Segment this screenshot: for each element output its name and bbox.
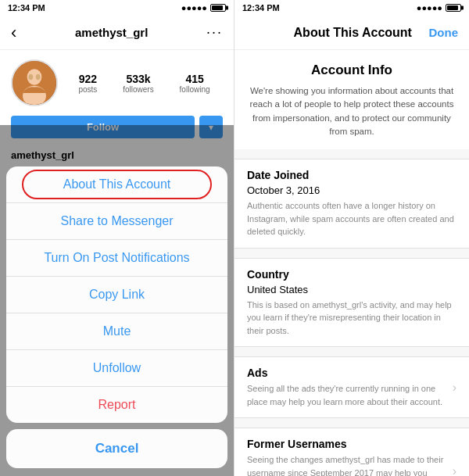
following-stat: 415 following <box>180 73 210 94</box>
profile-stats: 922 posts 533k followers 415 following <box>66 73 223 94</box>
action-report[interactable]: Report <box>6 387 227 423</box>
posts-count: 922 <box>79 73 97 85</box>
done-button[interactable]: Done <box>428 26 458 39</box>
ads-desc: Seeing all the ads they're currently run… <box>247 382 446 408</box>
right-nav: About This Account Done <box>234 16 469 50</box>
profile-info: 922 posts 533k followers 415 following <box>0 50 234 116</box>
svg-point-3 <box>29 74 34 80</box>
ads-chevron-icon: › <box>453 381 456 395</box>
account-info-header: Account Info We're showing you informati… <box>234 50 469 149</box>
country-section: Country United States This is based on a… <box>234 258 469 348</box>
action-mute[interactable]: Mute <box>6 313 227 350</box>
back-button[interactable]: ‹ <box>11 23 16 43</box>
followers-label: followers <box>123 85 153 94</box>
date-joined-section: Date Joined October 3, 2016 Authentic ac… <box>234 159 469 249</box>
cancel-group: Cancel <box>6 429 227 468</box>
left-status-bar: 12:34 PM ●●●●● <box>0 0 234 16</box>
action-share-messenger[interactable]: Share to Messenger <box>6 203 227 240</box>
followers-count: 533k <box>126 73 150 85</box>
date-joined-title: Date Joined <box>247 169 456 181</box>
action-unfollow[interactable]: Unfollow <box>6 350 227 387</box>
posts-stat: 922 posts <box>78 73 97 94</box>
avatar <box>11 59 58 106</box>
about-account-label: About This Account <box>63 177 171 191</box>
former-usernames-row[interactable]: Former Usernames Seeing the changes amet… <box>234 428 469 476</box>
account-info-title: Account Info <box>247 63 456 78</box>
right-status-icons: ●●●●● <box>417 3 461 13</box>
followers-stat: 533k followers <box>123 73 153 94</box>
right-panel: 12:34 PM ●●●●● About This Account Done A… <box>234 0 469 476</box>
ads-row[interactable]: Ads Seeing all the ads they're currently… <box>234 356 469 418</box>
following-count: 415 <box>185 73 203 85</box>
right-time: 12:34 PM <box>242 3 280 13</box>
cancel-button[interactable]: Cancel <box>6 429 227 468</box>
more-options-button[interactable]: ··· <box>206 24 223 41</box>
unfollow-label: Unfollow <box>93 361 141 375</box>
action-sheet: About This Account Share to Messenger Tu… <box>0 166 234 476</box>
right-battery-icon <box>446 4 461 12</box>
posts-label: posts <box>78 85 97 94</box>
svg-point-4 <box>36 74 41 80</box>
account-info-description: We're showing you information about acco… <box>247 84 456 138</box>
former-usernames-desc: Seeing the changes amethyst_grl has made… <box>247 453 446 476</box>
action-group: About This Account Share to Messenger Tu… <box>6 166 227 423</box>
ads-title: Ads <box>247 367 446 379</box>
former-usernames-left: Former Usernames Seeing the changes amet… <box>247 438 446 476</box>
right-nav-title: About This Account <box>294 26 412 40</box>
share-messenger-label: Share to Messenger <box>60 214 173 228</box>
instagram-nav: ‹ amethyst_grl ··· <box>0 16 234 50</box>
action-about-this-account[interactable]: About This Account <box>6 166 227 203</box>
left-time: 12:34 PM <box>8 3 45 13</box>
profile-username: amethyst_grl <box>75 26 148 39</box>
country-value: United States <box>247 284 456 295</box>
date-joined-desc: Authentic accounts often have a longer h… <box>247 199 456 238</box>
former-usernames-title: Former Usernames <box>247 438 446 450</box>
report-label: Report <box>98 398 135 412</box>
country-desc: This is based on amethyst_grl's activity… <box>247 299 456 338</box>
post-notifications-label: Turn On Post Notifications <box>44 251 189 265</box>
copy-link-label: Copy Link <box>89 288 145 302</box>
former-usernames-chevron-icon: › <box>453 464 456 476</box>
left-status-icons: ●●●●● <box>181 3 226 13</box>
right-scroll-area[interactable]: Account Info We're showing you informati… <box>234 50 469 476</box>
battery-icon <box>210 4 226 12</box>
signal-icon: ●●●●● <box>181 3 207 13</box>
right-signal-icon: ●●●●● <box>417 3 442 13</box>
action-copy-link[interactable]: Copy Link <box>6 277 227 313</box>
right-status-bar: 12:34 PM ●●●●● <box>234 0 469 16</box>
ads-left: Ads Seeing all the ads they're currently… <box>247 367 446 408</box>
mute-label: Mute <box>103 324 131 338</box>
action-post-notifications[interactable]: Turn On Post Notifications <box>6 240 227 277</box>
following-label: following <box>180 85 210 94</box>
date-joined-value: October 3, 2016 <box>247 184 456 196</box>
left-panel: 12:34 PM ●●●●● ‹ amethyst_grl ··· <box>0 0 234 476</box>
country-title: Country <box>247 268 456 281</box>
